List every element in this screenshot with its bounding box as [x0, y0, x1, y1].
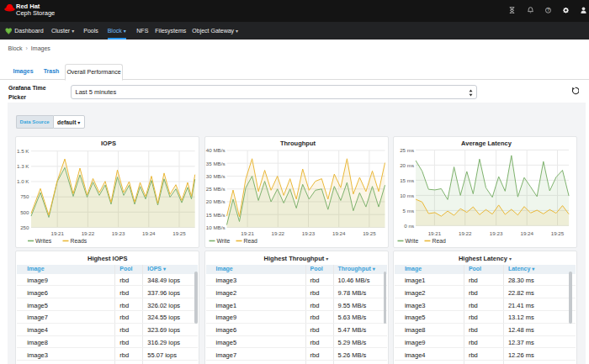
svg-text:1.0 K: 1.0 K	[17, 178, 29, 184]
svg-text:25 MB/s: 25 MB/s	[205, 186, 225, 192]
svg-text:19:22: 19:22	[82, 229, 95, 235]
svg-text:19:25: 19:25	[363, 229, 376, 235]
svg-text:IOPS: IOPS	[101, 139, 116, 146]
svg-text:10 MB/s: 10 MB/s	[205, 224, 225, 229]
svg-text:10 ms: 10 ms	[400, 192, 414, 198]
svg-text:1.3 K: 1.3 K	[17, 163, 29, 169]
svg-text:Writes: Writes	[35, 238, 52, 244]
svg-text:20 ms: 20 ms	[400, 161, 414, 167]
svg-text:1.5 K: 1.5 K	[17, 148, 29, 154]
svg-text:Write: Write	[405, 238, 418, 244]
svg-text:25 ms: 25 ms	[400, 146, 414, 152]
svg-text:20 MB/s: 20 MB/s	[205, 198, 225, 204]
svg-text:19:23: 19:23	[301, 229, 315, 235]
svg-text:19:22: 19:22	[459, 229, 472, 235]
svg-text:40 MB/s: 40 MB/s	[205, 147, 225, 153]
svg-text:500: 500	[20, 208, 29, 214]
svg-text:19:21: 19:21	[428, 229, 442, 235]
svg-text:19:25: 19:25	[173, 229, 187, 235]
svg-text:19:24: 19:24	[142, 229, 156, 235]
svg-text:35 MB/s: 35 MB/s	[205, 160, 225, 166]
svg-text:?: ?	[547, 8, 549, 13]
svg-text:19:23: 19:23	[112, 229, 125, 235]
svg-text:19:21: 19:21	[241, 229, 254, 235]
svg-text:19:25: 19:25	[551, 229, 565, 235]
svg-text:Read: Read	[432, 238, 445, 244]
svg-text:0 ns: 0 ns	[404, 222, 414, 228]
svg-text:19:24: 19:24	[332, 229, 345, 235]
svg-text:750: 750	[20, 193, 29, 199]
svg-text:19:21: 19:21	[51, 229, 65, 235]
svg-text:19:23: 19:23	[490, 229, 503, 235]
svg-text:19:24: 19:24	[520, 229, 533, 235]
svg-text:250: 250	[20, 224, 29, 229]
svg-text:Write: Write	[216, 238, 230, 244]
svg-text:19:22: 19:22	[271, 229, 284, 235]
svg-text:Reads: Reads	[71, 238, 88, 244]
svg-text:Throughput: Throughput	[279, 139, 316, 146]
svg-text:30 MB/s: 30 MB/s	[205, 172, 225, 178]
svg-text:Average Latency: Average Latency	[461, 139, 512, 146]
svg-text:5 ms: 5 ms	[402, 207, 413, 213]
svg-text:15 ms: 15 ms	[400, 177, 414, 182]
svg-text:15 MB/s: 15 MB/s	[205, 211, 225, 217]
svg-text:Read: Read	[243, 238, 257, 244]
